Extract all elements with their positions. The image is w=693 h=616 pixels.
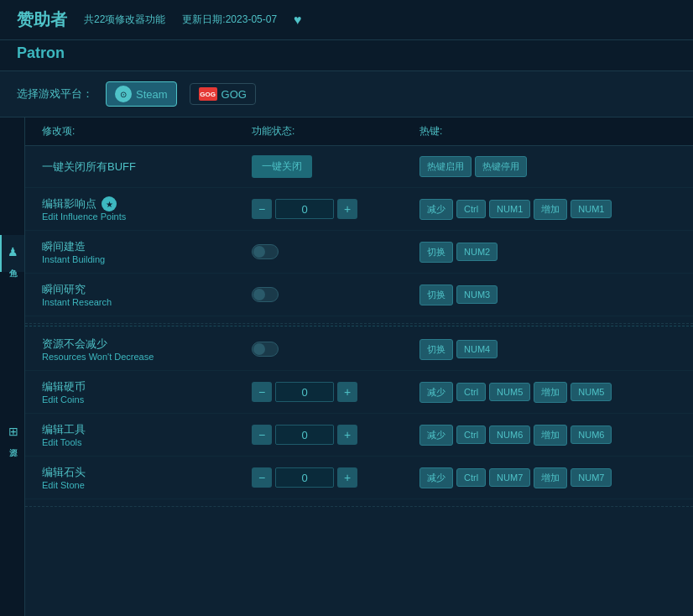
resources-wont-decrease-toggle[interactable]	[252, 342, 279, 357]
sidebar-item-resources[interactable]: ⊞ 资源	[0, 415, 24, 452]
mod-status-instant-building	[252, 244, 419, 259]
increase-label-stone[interactable]: 增加	[534, 467, 567, 488]
toggle-label-research[interactable]: 切换	[419, 285, 453, 305]
mod-row-edit-tools: 编辑工具 Edit Tools − + 减少 Ctrl NUM6 增加 NUM6	[25, 414, 693, 457]
num1-increase-key[interactable]: NUM1	[571, 200, 612, 218]
spinner-coins: − +	[252, 382, 357, 402]
num6-increase-key[interactable]: NUM6	[571, 425, 612, 444]
mod-row-edit-influence-points: 编辑影响点 ★ Edit Influence Points − + 减少 Ctr…	[25, 188, 693, 231]
section-resources: 资源不会减少 Resources Won't Decrease 切换 NUM4 …	[25, 328, 693, 507]
mod-row-instant-building: 瞬间建造 Instant Building 切换 NUM2	[25, 231, 693, 274]
mod-status-resources-wont-decrease	[252, 342, 419, 357]
mod-name-instant-research: 瞬间研究 Instant Research	[42, 282, 252, 307]
num6-decrease-key[interactable]: NUM6	[489, 425, 530, 444]
section-character: 一键关闭所有BUFF 一键关闭 热键启用 热键停用 编辑影响点 ★ Edit	[25, 146, 693, 324]
main-layout: ♟ 角色 ⊞ 资源 修改项: 功能状态: 热键: 一键关闭所有BUFF 一键关闭	[0, 117, 693, 616]
hotkey-enable-button[interactable]: 热键启用	[419, 156, 472, 177]
num7-decrease-key[interactable]: NUM7	[489, 468, 530, 487]
num4-key[interactable]: NUM4	[456, 340, 498, 358]
mod-zh-edit-coins: 编辑硬币	[42, 379, 252, 394]
decrease-label-tools[interactable]: 减少	[419, 425, 453, 446]
content-area: 修改项: 功能状态: 热键: 一键关闭所有BUFF 一键关闭 热键启用 热键停用	[25, 117, 693, 616]
num2-key[interactable]: NUM2	[456, 243, 498, 261]
column-headers: 修改项: 功能状态: 热键:	[25, 117, 693, 146]
mod-name-resources-wont-decrease: 资源不会减少 Resources Won't Decrease	[42, 337, 252, 362]
mod-hotkey-edit-influence-points: 减少 Ctrl NUM1 增加 NUM1	[419, 199, 676, 220]
mod-row-edit-coins: 编辑硬币 Edit Coins − + 减少 Ctrl NUM5 增加 NUM5	[25, 371, 693, 414]
sidebar-item-character[interactable]: ♟ 角色	[0, 235, 24, 272]
mod-en-instant-research: Instant Research	[42, 297, 252, 307]
mod-en-resources-wont-decrease: Resources Won't Decrease	[42, 352, 252, 362]
steam-platform-button[interactable]: ⊙ Steam	[106, 81, 177, 107]
mod-status-edit-stone: − +	[252, 467, 419, 488]
mod-hotkey-edit-tools: 减少 Ctrl NUM6 增加 NUM6	[419, 425, 676, 446]
mod-en-edit-influence-points: Edit Influence Points	[42, 211, 252, 222]
patron-label: Patron	[17, 44, 65, 61]
mod-status-instant-research	[252, 287, 419, 302]
one-click-close-button[interactable]: 一键关闭	[252, 155, 312, 178]
ctrl-key-stone[interactable]: Ctrl	[456, 468, 486, 487]
increase-stone-button[interactable]: +	[337, 467, 357, 488]
tools-input[interactable]	[275, 425, 334, 445]
spinner-stone: − +	[252, 467, 357, 488]
decrease-influence-button[interactable]: −	[252, 199, 272, 219]
mod-status-edit-coins: − +	[252, 382, 419, 402]
influence-points-input[interactable]	[275, 199, 334, 219]
increase-influence-button[interactable]: +	[337, 199, 357, 219]
mod-en-edit-stone: Edit Stone	[42, 480, 252, 490]
resources-icon: ⊞	[8, 425, 18, 438]
decrease-stone-button[interactable]: −	[252, 467, 272, 488]
increase-tools-button[interactable]: +	[337, 425, 357, 445]
num1-decrease-key[interactable]: NUM1	[489, 200, 530, 218]
decrease-coins-button[interactable]: −	[252, 382, 272, 402]
mod-hotkey-instant-building: 切换 NUM2	[419, 242, 676, 263]
ctrl-key-tools[interactable]: Ctrl	[456, 425, 486, 444]
gog-platform-button[interactable]: GOG GOG	[190, 83, 256, 105]
num5-increase-key[interactable]: NUM5	[571, 383, 612, 401]
toggle-label-building[interactable]: 切换	[419, 242, 453, 263]
mod-row-close-all-buff: 一键关闭所有BUFF 一键关闭 热键启用 热键停用	[25, 146, 693, 188]
mod-zh-edit-tools: 编辑工具	[42, 422, 252, 437]
sidebar: ♟ 角色 ⊞ 资源	[0, 117, 25, 616]
coins-input[interactable]	[275, 382, 334, 402]
heart-icon[interactable]: ♥	[294, 13, 302, 28]
instant-building-toggle[interactable]	[252, 244, 279, 259]
num5-decrease-key[interactable]: NUM5	[489, 383, 530, 401]
mod-status-edit-tools: − +	[252, 425, 419, 445]
mod-status-close-all-buff: 一键关闭	[252, 155, 419, 178]
increase-label-coins[interactable]: 增加	[534, 382, 567, 403]
mod-hotkey-edit-coins: 减少 Ctrl NUM5 增加 NUM5	[419, 382, 676, 403]
increase-label-tools[interactable]: 增加	[534, 425, 567, 446]
increase-coins-button[interactable]: +	[337, 382, 357, 402]
increase-label[interactable]: 增加	[534, 199, 567, 220]
mod-zh-close-all-buff: 一键关闭所有BUFF	[42, 159, 252, 175]
ctrl-key-influence[interactable]: Ctrl	[456, 200, 486, 218]
mod-zh-edit-stone: 编辑石头	[42, 465, 252, 480]
character-icon: ♟	[8, 245, 18, 258]
instant-research-toggle[interactable]	[252, 287, 279, 302]
spinner-tools: − +	[252, 425, 357, 445]
ctrl-key-coins[interactable]: Ctrl	[456, 383, 486, 401]
star-badge-icon: ★	[102, 196, 117, 211]
stone-input[interactable]	[275, 467, 334, 488]
section-divider	[25, 326, 693, 326]
mod-zh-edit-influence-points: 编辑影响点	[42, 196, 96, 211]
decrease-label-coins[interactable]: 减少	[419, 382, 453, 403]
mod-row-edit-stone: 编辑石头 Edit Stone − + 减少 Ctrl NUM7 增加 NUM7	[25, 457, 693, 499]
mod-hotkey-edit-stone: 减少 Ctrl NUM7 增加 NUM7	[419, 467, 676, 488]
steam-icon: ⊙	[115, 86, 132, 102]
mod-name-close-all-buff: 一键关闭所有BUFF	[42, 159, 252, 175]
mod-status-edit-influence-points: − +	[252, 199, 419, 219]
mod-en-edit-tools: Edit Tools	[42, 437, 252, 447]
col-status: 功能状态:	[252, 124, 419, 138]
mod-hotkey-close-all-buff: 热键启用 热键停用	[419, 156, 676, 177]
mod-zh-resources-wont-decrease: 资源不会减少	[42, 337, 252, 352]
decrease-label-stone[interactable]: 减少	[419, 467, 453, 488]
decrease-label[interactable]: 减少	[419, 199, 453, 220]
hotkey-disable-button[interactable]: 热键停用	[475, 156, 527, 177]
mod-name-instant-building: 瞬间建造 Instant Building	[42, 239, 252, 264]
decrease-tools-button[interactable]: −	[252, 425, 272, 445]
num7-increase-key[interactable]: NUM7	[571, 468, 612, 487]
num3-key[interactable]: NUM3	[456, 285, 498, 304]
toggle-label-resources[interactable]: 切换	[419, 339, 453, 360]
